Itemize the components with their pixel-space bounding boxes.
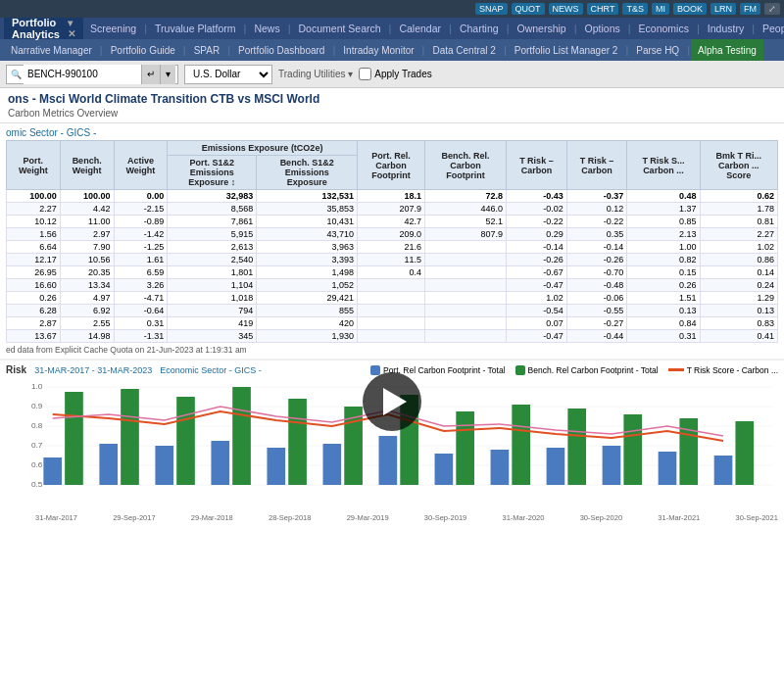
nav-charting[interactable]: Charting xyxy=(453,18,506,39)
nav-portfolio-guide[interactable]: Portfolio Guide xyxy=(104,39,182,61)
table-cell xyxy=(357,330,424,343)
chrt-btn[interactable]: CHRT xyxy=(587,3,619,15)
table-cell: -0.37 xyxy=(566,190,627,203)
trading-utilities-label[interactable]: Trading Utilities ▾ xyxy=(278,69,353,79)
mi-btn[interactable]: MI xyxy=(652,3,669,15)
x-label-5: 29-Mar-2019 xyxy=(347,513,389,522)
table-cell: -0.26 xyxy=(507,254,567,266)
table-cell: -0.67 xyxy=(507,266,567,279)
table-cell: -0.47 xyxy=(507,330,567,343)
legend-orange: T Risk Score - Carbon ... xyxy=(668,365,778,375)
svg-rect-25 xyxy=(65,392,83,485)
table-cell: 345 xyxy=(168,330,257,343)
table-cell xyxy=(424,317,506,330)
table-cell: 5,915 xyxy=(168,228,257,241)
fm-btn[interactable]: FM xyxy=(740,3,760,15)
search-bar: 🔍 ↵ ▾ U.S. Dollar Trading Utilities ▾ Ap… xyxy=(0,61,784,88)
table-cell: 0.86 xyxy=(700,254,778,266)
svg-text:0.8: 0.8 xyxy=(31,421,43,430)
search-icon: 🔍 xyxy=(9,70,24,79)
lrn-btn[interactable]: LRN xyxy=(710,3,736,15)
table-cell: -0.26 xyxy=(566,254,627,266)
nav-spar[interactable]: SPAR xyxy=(187,39,227,61)
table-cell: 6.92 xyxy=(60,305,114,317)
chart-title: Risk xyxy=(6,364,26,375)
chart-date-range[interactable]: 31-MAR-2017 - 31-MAR-2023 xyxy=(34,365,152,375)
nav-portfolio-dash[interactable]: Portfolio Dashboard xyxy=(231,39,331,61)
brand-label[interactable]: Portfolio Analytics ▾ ✕ xyxy=(4,18,83,39)
table-cell: 12.17 xyxy=(7,254,61,266)
table-cell: 10,431 xyxy=(257,216,358,228)
play-button[interactable] xyxy=(363,372,421,431)
table-cell xyxy=(424,254,506,266)
table-cell: 42.7 xyxy=(357,216,424,228)
svg-rect-37 xyxy=(735,421,754,485)
nav-close-icon[interactable]: ▾ ✕ xyxy=(68,18,75,39)
legend-green-dot xyxy=(515,365,525,375)
currency-select[interactable]: U.S. Dollar xyxy=(184,65,272,84)
svg-rect-13 xyxy=(99,444,118,485)
apply-trades-checkbox[interactable] xyxy=(359,68,371,80)
news-btn[interactable]: NEWS xyxy=(549,3,583,15)
table-cell: 11.00 xyxy=(60,216,114,228)
table-row: 10.1211.00-0.897,86110,43142.752.1-0.22-… xyxy=(7,216,778,228)
th-active-weight: ActiveWeight xyxy=(114,141,168,190)
table-cell: 100.00 xyxy=(60,190,114,203)
nav-people[interactable]: People xyxy=(756,18,784,39)
table-row: 16.6013.343.261,1041,052-0.47-0.480.260.… xyxy=(7,279,778,292)
table-cell: -0.70 xyxy=(566,266,627,279)
svg-text:0.9: 0.9 xyxy=(31,402,43,410)
table-cell: 0.13 xyxy=(627,305,700,317)
nav-alphatest[interactable]: Alpha Testing xyxy=(691,39,763,61)
table-cell xyxy=(424,266,506,279)
search-go-btn[interactable]: ↵ xyxy=(141,65,160,84)
x-label-1: 31-Mar-2017 xyxy=(35,513,77,522)
book-btn[interactable]: BOOK xyxy=(673,3,707,15)
x-label-9: 31-Mar-2021 xyxy=(658,513,700,522)
expand-btn[interactable]: ⤢ xyxy=(764,3,780,15)
nav-news[interactable]: News xyxy=(247,18,286,39)
table-cell: 132,531 xyxy=(257,190,358,203)
portfolio-search-input[interactable] xyxy=(24,65,141,84)
table-cell: -0.14 xyxy=(566,241,627,254)
table-cell: 13.34 xyxy=(60,279,114,292)
th-port-weight: Port.Weight xyxy=(7,141,61,190)
nav-parsehq[interactable]: Parse HQ xyxy=(629,39,686,61)
table-cell: 1.02 xyxy=(700,241,778,254)
table-cell: 0.62 xyxy=(700,190,778,203)
nav-ownership[interactable]: Ownership xyxy=(510,18,572,39)
table-cell xyxy=(424,241,506,254)
nav-options[interactable]: Options xyxy=(578,18,627,39)
th-bmk-t-ri: Bmk T Ri...Carbon ...Score xyxy=(700,141,778,190)
table-cell: 13.67 xyxy=(7,330,61,343)
nav-calendar[interactable]: Calendar xyxy=(392,18,448,39)
nav-intraday[interactable]: Intraday Monitor xyxy=(336,39,420,61)
nav-narrative[interactable]: Narrative Manager xyxy=(4,39,99,61)
svg-rect-19 xyxy=(435,454,454,485)
sector-filter-label[interactable]: omic Sector - GICS - xyxy=(6,127,96,138)
nav-plist[interactable]: Portfolio List Manager 2 xyxy=(508,39,625,61)
table-cell: 0.14 xyxy=(700,266,778,279)
nav-economics[interactable]: Economics xyxy=(632,18,696,39)
table-cell: 26.95 xyxy=(7,266,61,279)
ts-btn[interactable]: T&S xyxy=(622,3,648,15)
nav-industry[interactable]: Industry xyxy=(701,18,751,39)
chart-sector-filter[interactable]: Economic Sector - GICS - xyxy=(160,365,262,375)
table-cell: 0.41 xyxy=(700,330,778,343)
nav-truvalue[interactable]: Truvalue Platform xyxy=(148,18,242,39)
search-options-btn[interactable]: ▾ xyxy=(160,65,175,84)
nav-docsearch[interactable]: Document Search xyxy=(292,18,388,39)
table-cell: 3,393 xyxy=(257,254,358,266)
nav-datacentral[interactable]: Data Central 2 xyxy=(425,39,502,61)
nav-screening[interactable]: Screening xyxy=(83,18,143,39)
apply-trades-label: Apply Trades xyxy=(374,69,431,79)
table-cell: 52.1 xyxy=(424,216,506,228)
table-cell: 1.29 xyxy=(700,292,778,305)
table-cell: 0.35 xyxy=(566,228,627,241)
table-row: 13.6714.98-1.313451,930-0.47-0.440.310.4… xyxy=(7,330,778,343)
th-port-carbon: Port. Rel.CarbonFootprint xyxy=(357,141,424,190)
table-cell: -0.47 xyxy=(507,279,567,292)
quot-btn[interactable]: QUOT xyxy=(512,3,545,15)
snap-btn[interactable]: SNAP xyxy=(475,3,508,15)
table-cell xyxy=(357,279,424,292)
